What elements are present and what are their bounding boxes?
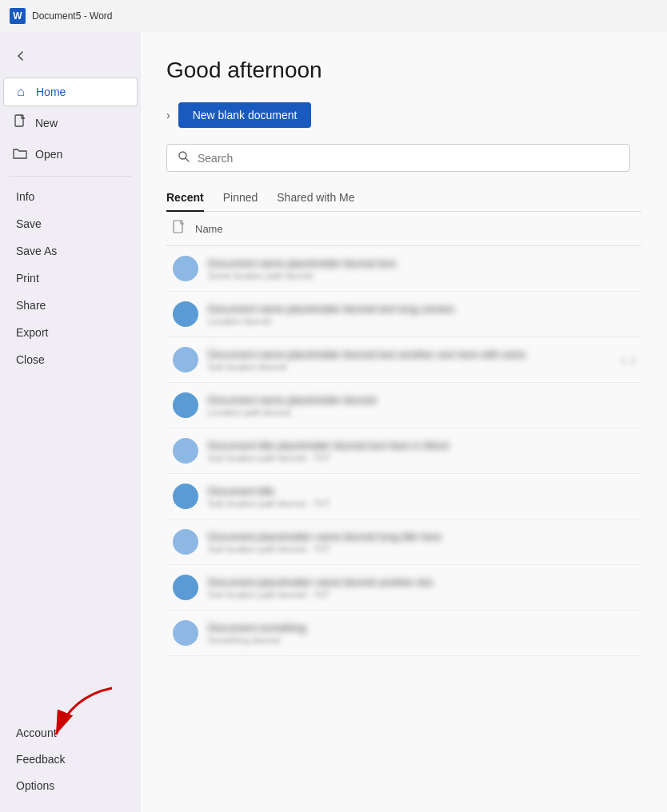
- account-label: Account: [16, 726, 57, 739]
- file-name: Document name placeholder blurred text l…: [208, 303, 592, 315]
- new-doc-row: › New blank document: [166, 102, 641, 128]
- search-input[interactable]: [198, 152, 618, 165]
- file-info: Document placeholder name blurred anothe…: [208, 576, 635, 599]
- file-items-list: Document name placeholder blurred textSo…: [166, 246, 641, 656]
- file-avatar: [173, 347, 198, 372]
- file-avatar: [173, 620, 198, 646]
- file-avatar: [173, 575, 198, 600]
- sidebar-item-info[interactable]: Info: [3, 184, 138, 209]
- file-item[interactable]: Document placeholder name blurred anothe…: [166, 565, 641, 611]
- sidebar-item-account[interactable]: Account: [3, 720, 138, 746]
- sidebar-item-print[interactable]: Print: [3, 265, 138, 291]
- sidebar: ⌂ Home New Open Info: [0, 32, 141, 812]
- file-item[interactable]: Document name placeholder blurred text l…: [166, 292, 641, 337]
- share-label: Share: [16, 299, 46, 312]
- file-meta: Some location path blurred: [208, 271, 635, 281]
- arrow-container: Account: [0, 720, 141, 746]
- file-info: Document titleSub location path blurred …: [208, 485, 635, 508]
- sidebar-item-export[interactable]: Export: [3, 320, 138, 345]
- file-info: Document name placeholder blurred textSo…: [208, 257, 635, 281]
- file-avatar: [173, 484, 198, 509]
- file-name: Document placeholder name blurred long t…: [208, 531, 592, 543]
- save-as-label: Save As: [16, 245, 57, 257]
- search-bar[interactable]: [166, 144, 630, 172]
- file-meta: Something blurred: [208, 635, 635, 645]
- back-button[interactable]: [6, 42, 35, 70]
- sidebar-item-home[interactable]: ⌂ Home: [3, 78, 138, 106]
- file-meta: Sub location path blurred - TXT: [208, 499, 635, 508]
- file-name: Document name placeholder blurred text: [208, 257, 592, 269]
- search-icon: [178, 151, 190, 165]
- title-bar: W Document5 - Word: [0, 0, 667, 32]
- file-meta: Location blurred: [208, 316, 635, 326]
- file-avatar: [173, 392, 198, 418]
- tabs-row: Recent Pinned Shared with Me: [166, 191, 641, 212]
- file-meta: Sub location path blurred - TXT: [208, 544, 635, 554]
- file-item[interactable]: Document title placeholder blurred text …: [166, 428, 641, 474]
- file-name: Document title placeholder blurred text …: [208, 440, 592, 452]
- open-icon: [13, 146, 27, 162]
- file-info: Document title placeholder blurred text …: [208, 440, 635, 463]
- file-item[interactable]: Document name placeholder blurred textSo…: [166, 246, 641, 292]
- new-icon: [13, 114, 27, 132]
- file-list-name-header: Name: [195, 223, 223, 235]
- sidebar-item-open[interactable]: Open: [3, 140, 138, 169]
- file-avatar: [173, 301, 198, 327]
- sidebar-item-share[interactable]: Share: [3, 293, 138, 318]
- app-body: ⌂ Home New Open Info: [0, 32, 667, 812]
- title-bar-text: Document5 - Word: [32, 10, 112, 22]
- sidebar-open-label: Open: [35, 148, 62, 161]
- tab-shared[interactable]: Shared with Me: [277, 191, 354, 212]
- greeting: Good afternoon: [166, 58, 641, 83]
- file-avatar: [173, 529, 198, 555]
- file-avatar: [173, 256, 198, 281]
- file-meta: Sub location blurred: [208, 362, 613, 372]
- file-extra: (...): [622, 355, 636, 364]
- sidebar-new-label: New: [35, 117, 58, 129]
- file-item[interactable]: Document name placeholder blurredLocatio…: [166, 383, 641, 428]
- tab-pinned[interactable]: Pinned: [223, 191, 258, 212]
- word-icon: W: [10, 8, 26, 24]
- file-meta: Sub location path blurred - TXT: [208, 590, 635, 599]
- home-icon: ⌂: [14, 85, 28, 99]
- export-label: Export: [16, 326, 48, 339]
- file-list-header: Name: [166, 212, 641, 246]
- sidebar-item-save-as[interactable]: Save As: [3, 238, 138, 264]
- file-meta: Sub location path blurred - TXT: [208, 453, 635, 463]
- sidebar-item-options[interactable]: Options: [3, 773, 138, 798]
- file-info: Document name placeholder blurred text a…: [208, 348, 613, 372]
- sidebar-item-save[interactable]: Save: [3, 211, 138, 237]
- file-item[interactable]: Document placeholder name blurred long t…: [166, 519, 641, 565]
- sidebar-divider: [10, 176, 131, 177]
- file-info: Document name placeholder blurredLocatio…: [208, 394, 635, 417]
- tab-recent[interactable]: Recent: [166, 191, 204, 212]
- file-name: Document name placeholder blurred text a…: [208, 348, 592, 360]
- info-label: Info: [16, 190, 34, 203]
- sidebar-item-close[interactable]: Close: [3, 347, 138, 372]
- file-list: Name Document name placeholder blurred t…: [166, 212, 641, 656]
- close-label: Close: [16, 353, 45, 366]
- file-info: Document placeholder name blurred long t…: [208, 531, 635, 554]
- sidebar-item-new[interactable]: New: [3, 108, 138, 138]
- file-item[interactable]: Document name placeholder blurred text a…: [166, 337, 641, 383]
- print-label: Print: [16, 272, 39, 285]
- sidebar-item-feedback[interactable]: Feedback: [3, 746, 138, 772]
- file-avatar: [173, 438, 198, 464]
- file-name: Document title: [208, 485, 592, 497]
- options-label: Options: [16, 779, 54, 792]
- main-content: Good afternoon › New blank document Rece…: [141, 32, 667, 812]
- file-info: Document somethingSomething blurred: [208, 622, 635, 645]
- sidebar-home-label: Home: [36, 86, 66, 98]
- save-label: Save: [16, 217, 42, 230]
- file-header-icon: [173, 220, 186, 237]
- file-meta: Location path blurred: [208, 408, 635, 417]
- file-item[interactable]: Document somethingSomething blurred: [166, 611, 641, 656]
- svg-line-3: [186, 158, 189, 161]
- file-name: Document placeholder name blurred anothe…: [208, 576, 592, 588]
- sidebar-bottom: Account Feedback Options: [0, 719, 141, 812]
- file-item[interactable]: Document titleSub location path blurred …: [166, 474, 641, 519]
- file-name: Document name placeholder blurred: [208, 394, 592, 406]
- file-info: Document name placeholder blurred text l…: [208, 303, 635, 326]
- feedback-label: Feedback: [16, 753, 65, 766]
- new-blank-button[interactable]: New blank document: [178, 102, 312, 128]
